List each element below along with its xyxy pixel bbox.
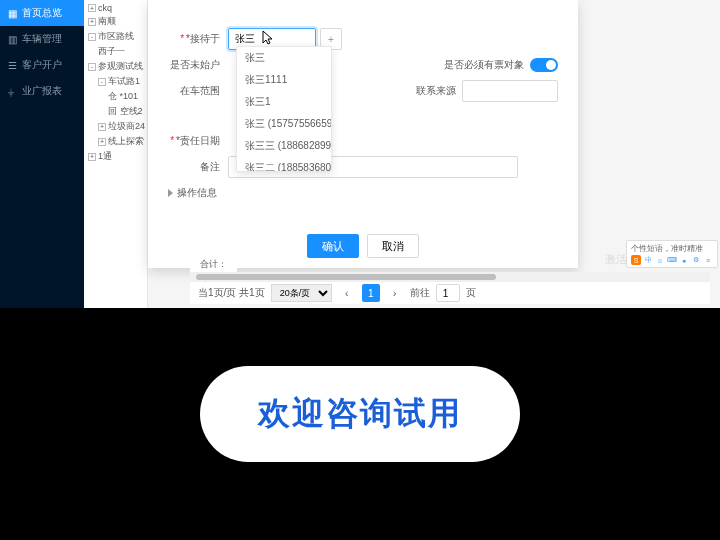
plus-icon: + [328,34,334,45]
scrollbar-thumb[interactable] [196,274,496,280]
chevron-right-icon [168,189,173,197]
sidebar: ▦首页总览 ▥车辆管理 ☰客户开户 ⏚业广报表 [0,0,84,308]
dropdown-item[interactable]: 张三二 (18858368057) [237,157,331,172]
sidebar-item-customer[interactable]: ☰客户开户 [0,52,84,78]
contact-input[interactable] [462,80,558,102]
jump-prefix: 前往 [410,286,430,300]
sidebar-item-dashboard[interactable]: ▦首页总览 [0,0,84,26]
ime-badge-icon[interactable]: S [631,255,641,265]
expand-icon[interactable]: + [98,123,106,131]
ime-hint: 个性短语，准时精准 [631,243,713,254]
remark-label: 备注 [168,160,228,174]
cursor-icon [260,30,276,46]
contact-label: 联系来源 [416,84,456,98]
tree-node[interactable]: +1通 [86,149,145,164]
tree-node[interactable]: 回 空线2 [86,104,145,119]
sidebar-item-label: 车辆管理 [22,32,62,46]
dropdown-item[interactable]: 张三三 (18868289962) [237,135,331,157]
dropdown-item[interactable]: 张三1 [237,91,331,113]
ime-lang-icon[interactable]: 中 [643,255,653,265]
next-page-button[interactable]: › [386,284,404,302]
collapse-header[interactable]: 操作信息 [148,182,578,204]
ime-menu-icon[interactable]: ≡ [703,255,713,265]
pagination-bar: 当1页/页 共1页 20条/页 ‹ 1 › 前往 页 [190,282,710,304]
cta-text: 欢迎咨询试用 [258,392,462,436]
ime-emoji-icon[interactable]: ☺ [655,255,665,265]
sidebar-item-label: 首页总览 [22,6,62,20]
tree-node[interactable]: 仓 *101 [86,89,145,104]
generate-label: 是否未始户 [168,58,228,72]
sidebar-item-label: 客户开户 [22,58,62,72]
tree-node[interactable]: +南顺 [86,14,145,29]
car-zone-label: 在车范围 [168,84,228,98]
horizontal-scrollbar[interactable] [190,272,710,282]
ime-settings-icon[interactable]: ⚙ [691,255,701,265]
cta-pill[interactable]: 欢迎咨询试用 [200,366,520,462]
dropdown-item[interactable]: 张三 [237,47,331,69]
sidebar-item-vehicle[interactable]: ▥车辆管理 [0,26,84,52]
jump-suffix: 页 [466,286,476,300]
expand-icon[interactable]: + [88,18,96,26]
expand-icon[interactable]: + [88,153,96,161]
collapse-label: 操作信息 [177,186,217,200]
grid-icon: ▦ [8,8,18,18]
tree-node[interactable]: +垃圾商24 [86,119,145,134]
collapse-icon[interactable]: - [98,78,106,86]
pickup-label: **接待于 [168,32,228,46]
prev-page-button[interactable]: ‹ [338,284,356,302]
sidebar-item-label: 业广报表 [22,84,62,98]
page-number-button[interactable]: 1 [362,284,380,302]
collapse-icon[interactable]: - [88,63,96,71]
tree-panel: +ckq +南顺 -市区路线 西子一 -参观测试线 -车试路1 仓 *101 回… [84,0,148,308]
need-bill-label: 是否必须有票对象 [444,58,524,72]
tree-node[interactable]: -参观测试线 [86,59,145,74]
chart-icon: ⏚ [8,86,18,96]
expand-icon[interactable]: + [88,4,96,12]
startdate-label: **责任日期 [168,134,228,148]
sidebar-item-report[interactable]: ⏚业广报表 [0,78,84,104]
ime-toolbar[interactable]: 个性短语，准时精准 S 中 ☺ ⌨ ● ⚙ ≡ [626,240,718,268]
collapse-icon[interactable]: - [88,33,96,41]
ime-mic-icon[interactable]: ● [679,255,689,265]
tree-node[interactable]: +线上探索 [86,134,145,149]
ok-button[interactable]: 确认 [307,234,359,258]
autocomplete-dropdown: 张三 张三1111 张三1 张三 (15757556659) 张三三 (1886… [236,46,332,172]
dropdown-item[interactable]: 张三 (15757556659) [237,113,331,135]
modal-dialog: **接待于 + 是否未始户 是否必须有票对象 在车范围 联系来源 **责任日期 … [148,0,578,268]
ime-keyboard-icon[interactable]: ⌨ [667,255,677,265]
need-bill-switch[interactable] [530,58,558,72]
cancel-button[interactable]: 取消 [367,234,419,258]
pagesize-select[interactable]: 20条/页 [271,284,332,302]
jump-input[interactable] [436,284,460,302]
tree-node[interactable]: -市区路线 [86,29,145,44]
expand-icon[interactable]: + [98,138,106,146]
car-icon: ▥ [8,34,18,44]
total-row: 合计： [190,256,237,272]
page-summary: 当1页/页 共1页 [198,286,265,300]
dropdown-item[interactable]: 张三1111 [237,69,331,91]
user-icon: ☰ [8,60,18,70]
tree-node[interactable]: -车试路1 [86,74,145,89]
tree-node[interactable]: 西子一 [86,44,145,59]
tree-node[interactable]: +ckq [86,2,145,14]
